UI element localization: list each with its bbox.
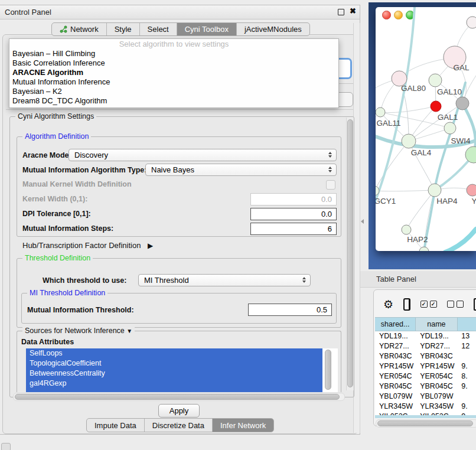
network-icon [60, 25, 67, 33]
manual-kernel-checkbox[interactable] [326, 180, 335, 190]
table-header: shared...name [375, 317, 476, 331]
select-all-icon[interactable]: ✓✓ [420, 301, 437, 308]
column-view-icon[interactable] [403, 298, 410, 311]
hub-definition-label[interactable]: Hub/Transcription Factor Definition ▶ [22, 241, 153, 250]
table-cell: YER054C [416, 371, 457, 381]
tab-select[interactable]: Select [139, 23, 177, 35]
table-cell: YBR045C [416, 381, 457, 392]
mi-steps-label: Mutual Information Steps: [22, 224, 113, 233]
attribute-item[interactable]: TopologicalCoefficient [26, 358, 322, 369]
mi-steps-field[interactable]: 6 [250, 223, 337, 235]
network-canvas[interactable]: GALGAL80GAL10GAL1GAL11SWI4GAL4GCY1HAP4YH… [376, 7, 476, 251]
data-attributes-label: Data Attributes [21, 338, 74, 346]
kernel-width-field[interactable]: 0.0 [250, 193, 337, 206]
file-icon[interactable] [474, 298, 476, 311]
dropdown-item[interactable]: Bayesian – K2 [9, 87, 338, 96]
network-node[interactable] [465, 146, 476, 163]
table-cell: YLR345W [416, 402, 457, 412]
mi-type-combo[interactable]: Naive Bayes [145, 164, 337, 176]
table-row[interactable]: YDL19...YDL19...13 [375, 331, 476, 341]
tab-discretize-data[interactable]: Discretize Data [144, 419, 212, 432]
table-horizontal-scrollbar[interactable] [376, 419, 476, 428]
table-column-header[interactable]: shared... [375, 318, 416, 331]
table-row[interactable]: YBL079WYBL079W [375, 392, 476, 402]
table-cell: YDL19... [416, 331, 457, 341]
deselect-all-icon[interactable] [447, 301, 464, 308]
hidden-group-bottom-fragment [6, 109, 353, 110]
close-icon[interactable]: ✖ [350, 6, 356, 15]
attribute-item[interactable]: gal4RGexp [26, 379, 322, 389]
dropdown-item[interactable]: Basic Correlation Inference [9, 58, 338, 68]
network-node[interactable] [444, 122, 456, 134]
table-column-header[interactable] [458, 318, 476, 331]
expand-right-icon: ▶ [148, 242, 153, 250]
network-node[interactable] [467, 17, 476, 28]
dpi-tolerance-label: DPI Tolerance [0,1]: [22, 210, 91, 218]
tab-network[interactable]: Network [52, 23, 106, 35]
aracne-mode-combo[interactable]: Discovery [69, 149, 337, 161]
settings-vertical-scrollbar[interactable] [346, 118, 354, 390]
mi-threshold-label: Mutual Information Threshold: [27, 306, 134, 314]
network-node-label: GAL [453, 63, 470, 72]
mi-threshold-field[interactable]: 0.5 [248, 304, 332, 316]
bottom-tabs: Impute DataDiscretize DataInfer Network [86, 418, 274, 432]
panel-splitter-handle[interactable] [361, 219, 364, 224]
attribute-item[interactable]: SelfLoops [26, 348, 322, 358]
network-node[interactable] [402, 225, 411, 234]
table-cell: YBL079W [375, 392, 416, 402]
network-node[interactable] [431, 101, 441, 112]
network-node[interactable] [376, 107, 385, 117]
table-cell: YIL052C [416, 412, 457, 415]
network-window-frame[interactable]: GALGAL80GAL10GAL1GAL11SWI4GAL4GCY1HAP4YH… [369, 2, 476, 269]
network-node-label: GAL11 [376, 119, 400, 128]
table-selected-strip [375, 415, 476, 418]
dropdown-item[interactable]: Dream8 DC_TDC Algorithm [9, 96, 338, 106]
network-node[interactable] [428, 184, 441, 197]
network-node[interactable] [429, 74, 442, 87]
attribute-item[interactable]: BetweennessCentrality [26, 369, 322, 379]
which-threshold-value: MI Threshold [144, 276, 189, 285]
table-cell: 13 [457, 331, 476, 341]
table-cell: YIL052C [375, 412, 416, 415]
table-row[interactable]: YIL052CYIL052C9. [375, 412, 476, 415]
tab-label: Infer Network [220, 421, 266, 430]
dropdown-item[interactable]: Bayesian – Hill Climbing [9, 49, 338, 58]
attributes-scrollbar[interactable] [324, 348, 332, 392]
threshold-definition-title: Threshold Definition [22, 254, 93, 262]
dropdown-item[interactable]: ARACNE Algorithm [9, 68, 338, 77]
table-row[interactable]: YLR345WYLR345W9. [375, 402, 476, 412]
tab-impute-data[interactable]: Impute Data [87, 419, 144, 432]
gear-icon[interactable]: ⚙ [383, 299, 393, 310]
table-row[interactable]: YDR27...YDR27...12 [375, 341, 476, 351]
table-cell: 8. [457, 371, 476, 381]
network-node[interactable] [402, 134, 416, 148]
table-row[interactable]: YBR045CYBR045C9. [375, 381, 476, 392]
attribute-item-partial[interactable] [26, 389, 322, 392]
sources-group-title[interactable]: Sources for Network Inference ▼ [22, 327, 135, 335]
network-node-label: GAL10 [437, 87, 462, 96]
network-node[interactable] [467, 184, 476, 196]
table-row[interactable]: YBR043CYBR043C [375, 351, 476, 361]
tab-label: Network [70, 25, 99, 34]
table-row[interactable]: YER054CYER054C8. [375, 371, 476, 381]
tab-cyni-toolbox[interactable]: Cyni Toolbox [177, 23, 236, 35]
apply-button[interactable]: Apply [158, 404, 200, 418]
tab-jactivemnodules[interactable]: jActiveMNodules [236, 23, 309, 35]
which-threshold-combo[interactable]: MI Threshold [138, 274, 311, 286]
tab-label: jActiveMNodules [244, 25, 302, 34]
settings-horizontal-scrollbar[interactable] [13, 393, 345, 401]
table-cell: YER054C [375, 371, 416, 381]
table-column-header[interactable]: name [416, 318, 457, 331]
kernel-width-label: Kernel Width (0,1): [22, 195, 87, 203]
tab-label: Select [148, 25, 169, 34]
collapsed-panel-icon[interactable] [1, 443, 11, 450]
network-node[interactable] [456, 97, 469, 110]
table-row[interactable]: YPR145WYPR145W9. [375, 361, 476, 371]
network-node-label: HAP4 [436, 197, 458, 206]
dpi-tolerance-field[interactable]: 0.0 [250, 208, 337, 220]
float-window-icon[interactable] [338, 9, 344, 15]
collapse-down-icon: ▼ [126, 328, 132, 334]
tab-style[interactable]: Style [106, 23, 139, 35]
tab-infer-network[interactable]: Infer Network [212, 419, 273, 432]
dropdown-item[interactable]: Mutual Information Inference [9, 77, 338, 87]
